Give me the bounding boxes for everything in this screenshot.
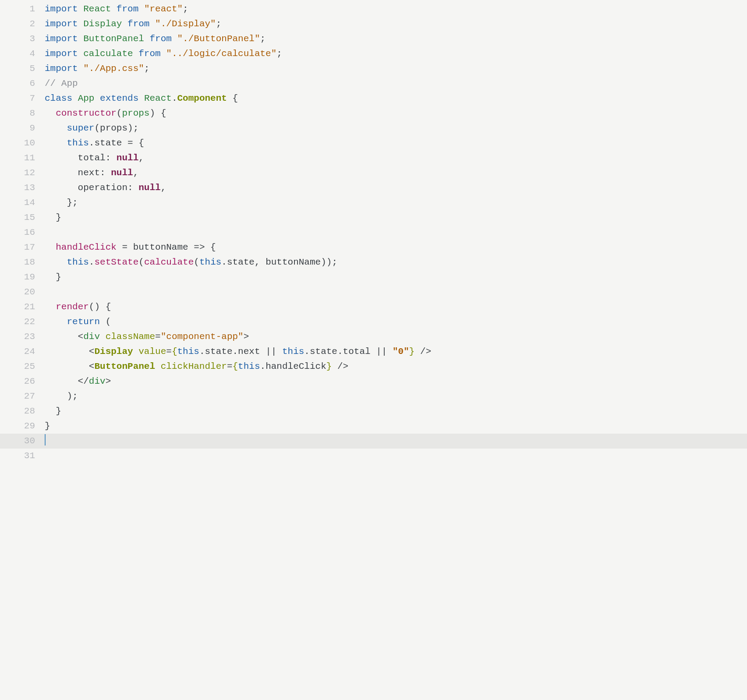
code-content[interactable]: ); (45, 389, 747, 404)
code-line[interactable]: 6// App (0, 76, 747, 91)
code-line[interactable]: 29} (0, 419, 747, 434)
code-token: operation: (45, 183, 138, 193)
code-line[interactable]: 31 (0, 449, 747, 463)
line-number: 16 (0, 225, 45, 240)
code-line[interactable]: 10 this.state = { (0, 136, 747, 151)
code-content[interactable]: } (45, 404, 747, 419)
code-content[interactable]: handleClick = buttonName => { (45, 240, 747, 255)
code-token: import (45, 34, 83, 44)
code-line[interactable]: 3import ButtonPanel from "./ButtonPanel"… (0, 32, 747, 46)
code-token: ; (216, 19, 222, 29)
code-line[interactable]: 20 (0, 285, 747, 300)
code-token: }; (45, 198, 78, 208)
code-line[interactable]: 15 } (0, 210, 747, 225)
code-content[interactable]: this.state = { (45, 136, 747, 151)
code-content[interactable]: import "./App.css"; (45, 61, 747, 76)
code-content[interactable]: </div> (45, 374, 747, 389)
code-content[interactable]: operation: null, (45, 180, 747, 195)
code-content[interactable]: constructor(props) { (45, 106, 747, 121)
code-token: React (83, 4, 111, 14)
code-content[interactable]: render() { (45, 300, 747, 315)
code-token: "../logic/calculate" (166, 49, 276, 59)
line-number: 13 (0, 180, 45, 195)
code-line[interactable]: 1import React from "react"; (0, 2, 747, 17)
code-line[interactable]: 13 operation: null, (0, 180, 747, 195)
code-line[interactable]: 11 total: null, (0, 151, 747, 166)
code-content[interactable]: return ( (45, 315, 747, 329)
code-token (144, 34, 150, 44)
code-line[interactable]: 30 (0, 434, 747, 449)
code-token: clickHandler (161, 361, 227, 371)
code-token: import (45, 19, 83, 29)
code-content[interactable]: total: null, (45, 151, 747, 166)
code-token: from (117, 4, 138, 14)
code-token: "./ButtonPanel" (177, 34, 260, 44)
code-line[interactable]: 24 <Display value={this.state.next || th… (0, 344, 747, 359)
code-token: , (138, 153, 144, 163)
code-content[interactable]: import Display from "./Display"; (45, 17, 747, 32)
code-content[interactable]: import React from "react"; (45, 2, 747, 17)
code-content[interactable]: } (45, 419, 747, 434)
code-line[interactable]: 14 }; (0, 195, 747, 210)
code-line[interactable]: 26 </div> (0, 374, 747, 389)
code-line[interactable]: 2import Display from "./Display"; (0, 17, 747, 32)
line-number: 10 (0, 136, 45, 151)
code-line[interactable]: 22 return ( (0, 315, 747, 329)
code-line[interactable]: 9 super(props); (0, 121, 747, 136)
code-content[interactable]: <div className="component-app"> (45, 329, 747, 344)
code-token: </ (45, 376, 89, 386)
code-editor[interactable]: 1import React from "react";2import Displ… (0, 0, 747, 463)
code-token: import (45, 64, 83, 74)
code-token: "0" (393, 346, 409, 357)
code-content[interactable]: next: null, (45, 166, 747, 180)
code-content[interactable]: this.setState(calculate(this.state, butt… (45, 255, 747, 270)
code-line[interactable]: 7class App extends React.Component { (0, 91, 747, 106)
code-line[interactable]: 17 handleClick = buttonName => { (0, 240, 747, 255)
line-number: 18 (0, 255, 45, 270)
code-content[interactable]: }; (45, 195, 747, 210)
code-line[interactable]: 18 this.setState(calculate(this.state, b… (0, 255, 747, 270)
code-token: // App (45, 78, 78, 88)
code-token: /> (414, 346, 431, 357)
code-content[interactable]: class App extends React.Component { (45, 91, 747, 106)
code-token: ; (276, 49, 282, 59)
code-line[interactable]: 23 <div className="component-app"> (0, 329, 747, 344)
code-content[interactable]: <ButtonPanel clickHandler={this.handleCl… (45, 359, 747, 374)
code-token: { (227, 93, 238, 103)
code-content[interactable]: import calculate from "../logic/calculat… (45, 46, 747, 61)
code-line[interactable]: 8 constructor(props) { (0, 106, 747, 121)
code-token: return (67, 317, 100, 327)
code-line[interactable]: 21 render() { (0, 300, 747, 315)
code-line[interactable]: 16 (0, 225, 747, 240)
code-content[interactable]: } (45, 210, 747, 225)
code-token: < (45, 346, 94, 357)
code-token: value (138, 346, 166, 357)
code-content[interactable]: <Display value={this.state.next || this.… (45, 344, 747, 359)
code-line[interactable]: 4import calculate from "../logic/calcula… (0, 46, 747, 61)
code-token: App (78, 93, 95, 103)
code-line[interactable]: 19 } (0, 270, 747, 285)
code-line[interactable]: 25 <ButtonPanel clickHandler={this.handl… (0, 359, 747, 374)
code-token (172, 34, 177, 44)
code-token: (props); (94, 123, 138, 133)
code-line[interactable]: 28 } (0, 404, 747, 419)
code-content[interactable] (45, 434, 747, 449)
code-line[interactable]: 12 next: null, (0, 166, 747, 180)
code-content[interactable]: // App (45, 76, 747, 91)
code-token: props (122, 108, 149, 118)
code-content[interactable]: super(props); (45, 121, 747, 136)
code-token: ( (100, 317, 111, 327)
code-token (149, 19, 155, 29)
code-content[interactable]: } (45, 270, 747, 285)
code-token: /> (332, 361, 348, 371)
code-content[interactable]: import ButtonPanel from "./ButtonPanel"; (45, 32, 747, 46)
code-token: Component (177, 93, 227, 103)
code-token: className (106, 332, 155, 342)
code-token: } (409, 346, 415, 357)
code-line[interactable]: 27 ); (0, 389, 747, 404)
code-token: . (89, 257, 95, 267)
code-line[interactable]: 5import "./App.css"; (0, 61, 747, 76)
text-cursor (45, 434, 46, 445)
code-token: super (67, 123, 94, 133)
line-number: 12 (0, 166, 45, 180)
